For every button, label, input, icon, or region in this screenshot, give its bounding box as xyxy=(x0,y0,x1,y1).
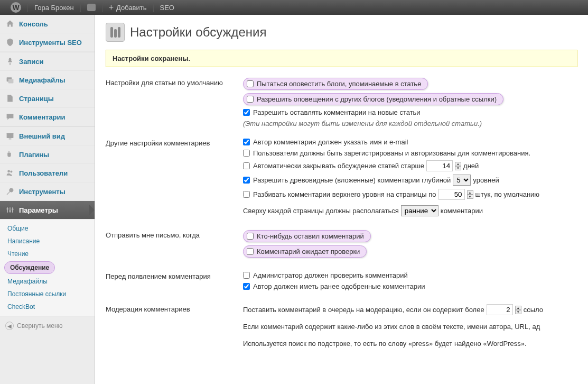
section-moderation: Модерация комментариев Поставить коммент… xyxy=(106,304,577,355)
option-label[interactable]: Разрешить оставлять комментарии на новые… xyxy=(253,108,421,116)
stepper-up[interactable]: ▲ xyxy=(515,306,521,310)
checkbox-close-old[interactable] xyxy=(243,162,250,169)
sidebar-item-users[interactable]: Пользователи xyxy=(0,164,95,182)
sidebar-item-label: Внешний вид xyxy=(19,132,65,140)
svg-rect-10 xyxy=(9,211,11,212)
option-label[interactable]: Разрешить древовидные (вложенные) коммен… xyxy=(253,176,451,184)
home-icon xyxy=(5,19,15,29)
site-name-label: Гора Брокен xyxy=(34,4,74,12)
sidebar-item-console[interactable]: Консоль xyxy=(0,15,95,33)
select-comment-order[interactable]: ранние xyxy=(401,205,438,216)
stepper-down[interactable]: ▼ xyxy=(515,310,521,314)
plugin-icon xyxy=(5,150,15,159)
checkbox-threaded[interactable] xyxy=(243,177,250,184)
section-other-comments: Другие настройки комментариев Автор комм… xyxy=(106,138,577,220)
submenu-item-reading[interactable]: Чтение xyxy=(0,248,95,260)
svg-rect-3 xyxy=(9,139,12,140)
svg-point-4 xyxy=(7,170,10,172)
svg-rect-6 xyxy=(7,207,8,213)
admin-sidebar: Консоль Инструменты SEO Записи Медиафайл… xyxy=(0,15,95,384)
option-label[interactable]: Разбивать комментарии верхнего уровня на… xyxy=(253,190,436,198)
settings-saved-notice: Настройки сохранены. xyxy=(106,50,577,67)
option-label[interactable]: Разрешить оповещения с других блогов (ув… xyxy=(257,95,497,103)
highlighted-option: Кто-нибудь оставил комментарий xyxy=(243,230,371,242)
collapse-label: Свернуть меню xyxy=(17,322,63,330)
sidebar-item-plugins[interactable]: Плагины xyxy=(0,145,95,164)
moderation-text: Используется поиск по подстроке, то есть… xyxy=(243,339,577,349)
wp-logo-menu[interactable]: W xyxy=(4,0,27,15)
checkbox-admin-approve[interactable] xyxy=(243,272,250,279)
main-content: Настройки обсуждения Настройки сохранены… xyxy=(95,15,588,384)
section-note: (Эти настройки могут быть изменены для к… xyxy=(243,120,577,127)
option-label[interactable]: Пытаться оповестить блоги, упоминаемые в… xyxy=(257,80,421,88)
checkbox-paginate[interactable] xyxy=(243,191,250,198)
highlighted-option: Комментарий ожидает проверки xyxy=(243,245,367,258)
sidebar-item-label: Медиафайлы xyxy=(19,76,66,84)
stepper-down[interactable]: ▼ xyxy=(467,195,473,199)
checkbox-require-name-email[interactable] xyxy=(243,139,250,145)
submenu-item-media[interactable]: Медиафайлы xyxy=(0,275,95,288)
submenu-item-checkbot[interactable]: CheckBot xyxy=(0,300,95,313)
option-label[interactable]: Автор должен иметь ранее одобренные комм… xyxy=(253,282,425,290)
submenu-item-general[interactable]: Общие xyxy=(0,222,95,235)
sidebar-item-media[interactable]: Медиафайлы xyxy=(0,71,95,89)
chevron-left-icon: ◀ xyxy=(5,322,14,330)
checkbox-prev-approved[interactable] xyxy=(243,283,250,290)
stepper-up[interactable]: ▲ xyxy=(455,162,461,166)
add-new-menu[interactable]: + Добавить xyxy=(102,0,153,15)
site-name-link[interactable]: Гора Брокен xyxy=(28,0,80,15)
highlighted-option: Разрешить оповещения с других блогов (ув… xyxy=(243,93,503,105)
sidebar-item-posts[interactable]: Записи xyxy=(0,52,95,71)
svg-rect-11 xyxy=(12,209,13,210)
suffix-label: комментарии xyxy=(441,207,483,215)
checkbox-allow-pingbacks[interactable] xyxy=(247,96,254,103)
input-max-links[interactable] xyxy=(487,304,513,315)
input-per-page[interactable] xyxy=(438,189,465,200)
svg-point-5 xyxy=(10,171,12,173)
days-stepper: ▲▼ xyxy=(455,162,461,170)
settings-submenu: Общие Написание Чтение Обсуждение Медиаф… xyxy=(0,220,95,316)
option-label[interactable]: Пользователи должны быть зарегистрирован… xyxy=(253,149,530,157)
sidebar-item-pages[interactable]: Страницы xyxy=(0,89,95,108)
submenu-item-permalinks[interactable]: Постоянные ссылки xyxy=(0,288,95,300)
submenu-item-writing[interactable]: Написание xyxy=(0,235,95,248)
stepper-up[interactable]: ▲ xyxy=(467,190,473,195)
checkbox-email-anyone[interactable] xyxy=(247,233,254,240)
option-label[interactable]: Комментарий ожидает проверки xyxy=(257,248,360,255)
checkbox-notify-blogs[interactable] xyxy=(247,80,254,87)
sidebar-item-label: Комментарии xyxy=(19,113,66,121)
option-label[interactable]: Администратор должен проверить комментар… xyxy=(253,271,408,279)
stepper-down[interactable]: ▼ xyxy=(455,166,461,170)
plus-icon: + xyxy=(109,3,114,12)
select-thread-depth[interactable]: 5 xyxy=(453,175,471,186)
sidebar-item-seo-tools[interactable]: Инструменты SEO xyxy=(0,33,95,52)
sidebar-item-comments[interactable]: Комментарии xyxy=(0,108,95,126)
svg-rect-7 xyxy=(10,207,11,213)
moderation-text: Если комментарий содержит какие-либо из … xyxy=(243,322,577,332)
option-label[interactable]: Автоматически закрывать обсуждение стате… xyxy=(253,162,424,170)
comments-link[interactable] xyxy=(81,0,102,15)
sidebar-item-appearance[interactable]: Внешний вид xyxy=(0,127,95,145)
wordpress-logo-icon: W xyxy=(11,2,21,13)
input-close-days[interactable] xyxy=(426,160,453,171)
checkbox-email-moderation[interactable] xyxy=(247,248,254,255)
option-label[interactable]: Автор комментария должен указать имя и e… xyxy=(253,138,408,146)
section-label: Настройки для статьи по умолчанию xyxy=(106,78,243,127)
suffix-label: ссыло xyxy=(524,305,543,315)
svg-rect-2 xyxy=(7,133,14,138)
option-label[interactable]: Кто-нибудь оставил комментарий xyxy=(257,232,364,240)
appearance-icon xyxy=(5,131,15,141)
sidebar-item-label: Параметры xyxy=(19,206,58,214)
checkbox-require-registration[interactable] xyxy=(243,150,250,157)
page-icon xyxy=(5,94,15,103)
page-header: Настройки обсуждения xyxy=(106,23,577,42)
sidebar-item-label: Страницы xyxy=(19,95,54,103)
sidebar-item-settings[interactable]: Параметры xyxy=(0,201,95,220)
prefix-label: Сверху каждой страницы должны располагат… xyxy=(243,207,399,215)
sidebar-item-tools[interactable]: Инструменты xyxy=(0,182,95,201)
seo-label: SEO xyxy=(160,4,174,12)
submenu-item-discussion[interactable]: Обсуждение xyxy=(4,261,55,274)
collapse-menu-button[interactable]: ◀ Свернуть меню xyxy=(0,316,95,335)
seo-menu[interactable]: SEO xyxy=(154,0,181,15)
checkbox-allow-comments[interactable] xyxy=(243,109,250,116)
